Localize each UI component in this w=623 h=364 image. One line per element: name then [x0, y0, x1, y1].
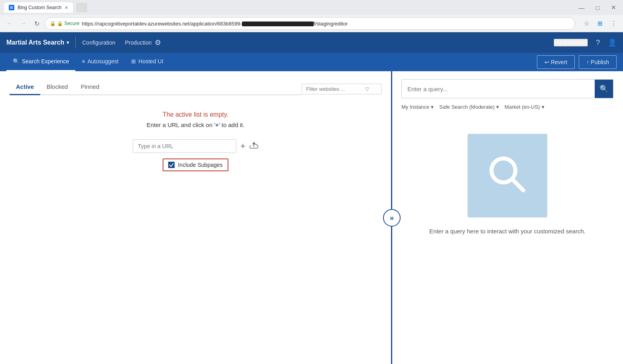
right-panel: » 🔍 My Instance ▾ Safe Search (Moderate)…: [392, 71, 623, 364]
left-panel: Active Blocked Pinned ▽ The active list …: [0, 71, 392, 364]
app-title: Martial Arts Search ▾: [6, 39, 69, 46]
url-input[interactable]: [133, 139, 236, 153]
instance-dropdown-chevron: ▾: [431, 104, 434, 110]
back-btn[interactable]: ←: [4, 18, 15, 29]
help-btn[interactable]: ?: [596, 39, 600, 47]
browser-nav-bar: ← → ↻ 🔒 🔒 Secure https://rapcognitivepor…: [0, 15, 623, 32]
main-content: Active Blocked Pinned ▽ The active list …: [0, 71, 623, 364]
browser-chrome: B Bing Custom Search ✕ — □ ✕ ← → ↻ 🔒 🔒 S…: [0, 0, 623, 32]
market-dropdown[interactable]: Market (en-US) ▾: [505, 104, 544, 110]
include-subpages-section: Include Subpages: [163, 159, 228, 171]
tab-search-experience[interactable]: 🔍 Search Experience: [6, 53, 75, 71]
my-instances-btn[interactable]: My Instances: [554, 39, 588, 47]
arrow-btn-wrap: »: [383, 209, 401, 227]
maximize-btn[interactable]: □: [592, 2, 603, 13]
add-url-btn[interactable]: +: [240, 141, 246, 151]
top-nav-right: My Instances ? 👤: [554, 38, 617, 47]
publish-button[interactable]: ↑ Publish: [579, 55, 617, 69]
config-link[interactable]: Configuration: [82, 39, 115, 46]
search-submit-btn[interactable]: 🔍: [595, 80, 613, 98]
bookmark-btn[interactable]: ☆: [581, 18, 592, 29]
safe-search-dropdown[interactable]: Safe Search (Moderate) ▾: [439, 104, 499, 110]
filter-websites-input[interactable]: ▽: [302, 84, 381, 94]
empty-state-subtitle: Enter a URL and click on '+' to add it.: [18, 121, 373, 128]
market-chevron: ▾: [542, 104, 544, 110]
address-bar[interactable]: 🔒 🔒 Secure https://rapcognitiveportaldev…: [45, 17, 575, 30]
search-placeholder-text: Enter a query here to interact with your…: [429, 227, 586, 236]
tab-favicon: B: [9, 5, 14, 10]
subpages-wrap: Include Subpages: [18, 159, 373, 171]
top-nav-links: Configuration Production: [82, 39, 151, 46]
autosuggest-icon: ≡: [82, 58, 85, 65]
windows-btn[interactable]: ⊞: [594, 18, 605, 29]
new-tab-btn[interactable]: [76, 3, 87, 12]
url-input-row: +: [18, 139, 373, 153]
empty-state-title: The active list is empty.: [18, 111, 373, 118]
sub-nav-actions: ↩ Revert ↑ Publish: [537, 55, 617, 69]
tab-title: Bing Custom Search: [18, 5, 61, 10]
filter-icon: ▽: [365, 86, 369, 92]
search-options: My Instance ▾ Safe Search (Moderate) ▾ M…: [401, 104, 613, 110]
instance-dropdown[interactable]: My Instance ▾: [401, 104, 434, 110]
include-subpages-checkbox[interactable]: [168, 162, 175, 168]
more-options-btn[interactable]: ⋮: [608, 18, 619, 29]
search-submit-icon: 🔍: [599, 84, 608, 93]
search-experience-icon: 🔍: [13, 58, 20, 65]
filter-input-field[interactable]: [306, 86, 362, 92]
tab-close-btn[interactable]: ✕: [65, 5, 68, 10]
expand-collapse-btn[interactable]: »: [383, 209, 401, 227]
query-input[interactable]: [402, 82, 595, 96]
active-blocked-pinned-tabs: Active Blocked Pinned: [10, 79, 302, 95]
refresh-btn[interactable]: ↻: [31, 18, 42, 29]
app: Martial Arts Search ▾ Configuration Prod…: [0, 32, 623, 364]
browser-action-icons: ☆ ⊞ ⋮: [581, 18, 619, 29]
tab-hosted-ui[interactable]: ⊞ Hosted UI: [125, 53, 169, 71]
hosted-ui-icon: ⊞: [131, 58, 136, 65]
forward-btn[interactable]: →: [18, 18, 29, 29]
upload-btn[interactable]: [250, 142, 258, 151]
instance-chevron[interactable]: ▾: [67, 40, 69, 45]
production-link[interactable]: Production: [125, 39, 152, 46]
safe-search-chevron: ▾: [496, 104, 499, 110]
browser-tab[interactable]: B Bing Custom Search ✕: [4, 2, 73, 13]
include-subpages-label[interactable]: Include Subpages: [178, 162, 222, 168]
plus-link: +: [215, 121, 219, 128]
search-illustration: [468, 134, 547, 217]
close-window-btn[interactable]: ✕: [608, 2, 619, 13]
tab-active[interactable]: Active: [10, 79, 40, 95]
tab-autosuggest[interactable]: ≡ Autosuggest: [75, 53, 125, 71]
empty-state: The active list is empty. Enter a URL an…: [10, 95, 381, 183]
top-nav: Martial Arts Search ▾ Configuration Prod…: [0, 32, 623, 53]
browser-title-bar: B Bing Custom Search ✕ — □ ✕: [0, 0, 623, 15]
app-title-text: Martial Arts Search: [6, 39, 64, 46]
sub-nav: 🔍 Search Experience ≡ Autosuggest ⊞ Host…: [0, 53, 623, 71]
user-btn[interactable]: 👤: [608, 38, 617, 47]
sub-nav-tabs: 🔍 Search Experience ≡ Autosuggest ⊞ Host…: [6, 53, 170, 71]
tab-pinned[interactable]: Pinned: [74, 79, 106, 95]
secure-badge: 🔒 🔒 Secure: [50, 21, 79, 26]
svg-line-1: [512, 179, 523, 190]
search-box: 🔍: [401, 79, 613, 98]
url-text: https://rapcognitiveportaldev.azurewebsi…: [82, 21, 570, 27]
revert-button[interactable]: ↩ Revert: [537, 55, 575, 69]
top-nav-divider: [75, 37, 76, 49]
tab-blocked[interactable]: Blocked: [40, 79, 74, 95]
settings-btn[interactable]: ⚙: [155, 38, 161, 47]
minimize-btn[interactable]: —: [576, 2, 587, 13]
url-hidden-part: [242, 22, 314, 26]
